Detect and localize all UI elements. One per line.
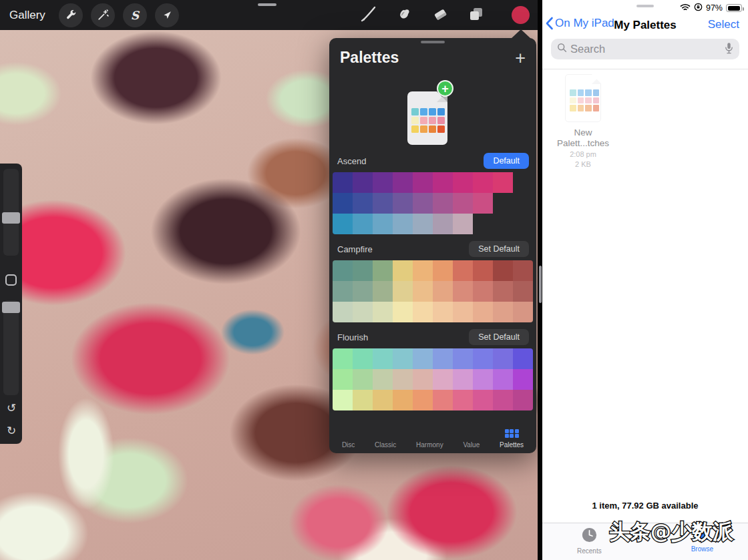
- color-swatch[interactable]: [393, 281, 413, 302]
- files-drag-handle[interactable]: [636, 5, 654, 7]
- color-swatch[interactable]: [413, 348, 433, 369]
- color-swatch[interactable]: [453, 193, 473, 214]
- color-swatch[interactable]: [413, 302, 433, 322]
- color-swatch[interactable]: [353, 281, 373, 302]
- color-swatch[interactable]: [473, 172, 493, 193]
- color-swatch[interactable]: [493, 369, 513, 390]
- color-swatch[interactable]: [433, 369, 453, 390]
- color-swatch[interactable]: [453, 369, 473, 390]
- color-swatch[interactable]: [493, 390, 513, 410]
- color-swatch[interactable]: [333, 193, 353, 214]
- search-bar[interactable]: [551, 39, 739, 59]
- color-swatch[interactable]: [353, 260, 373, 281]
- modify-button[interactable]: [5, 274, 17, 286]
- color-swatch[interactable]: [333, 281, 353, 302]
- smudge-icon[interactable]: [395, 5, 413, 25]
- color-swatch[interactable]: [473, 260, 493, 281]
- panel-drag-handle[interactable]: [421, 41, 445, 43]
- color-swatch[interactable]: [393, 369, 413, 390]
- app-drag-handle[interactable]: [258, 3, 276, 6]
- color-swatch[interactable]: [453, 214, 473, 234]
- color-swatch[interactable]: [333, 214, 353, 234]
- adjustments-button[interactable]: [91, 3, 115, 27]
- tab-disc[interactable]: Disc: [342, 441, 355, 449]
- color-swatch[interactable]: [453, 302, 473, 322]
- color-swatch[interactable]: [353, 390, 373, 410]
- color-swatch[interactable]: [393, 193, 413, 214]
- color-swatch[interactable]: [513, 260, 533, 281]
- redo-icon[interactable]: ↻: [3, 424, 19, 437]
- color-swatch[interactable]: [353, 193, 373, 214]
- gallery-button[interactable]: Gallery: [9, 9, 45, 22]
- tab-harmony[interactable]: Harmony: [416, 441, 443, 449]
- color-swatch[interactable]: [433, 214, 453, 234]
- color-swatch[interactable]: [513, 281, 533, 302]
- color-swatch[interactable]: [333, 260, 353, 281]
- tab-classic[interactable]: Classic: [375, 441, 396, 449]
- color-swatch[interactable]: [433, 193, 453, 214]
- color-swatch[interactable]: [413, 281, 433, 302]
- transform-button[interactable]: [155, 3, 179, 27]
- file-item[interactable]: New Palett...tches 2:08 pm 2 KB: [550, 74, 616, 169]
- color-swatch[interactable]: [473, 281, 493, 302]
- color-swatch[interactable]: [473, 302, 493, 322]
- color-swatch[interactable]: [393, 172, 413, 193]
- color-swatch[interactable]: [513, 390, 533, 410]
- color-swatch[interactable]: [333, 390, 353, 410]
- color-swatch[interactable]: [353, 302, 373, 322]
- color-swatch[interactable]: [353, 172, 373, 193]
- tab-recents[interactable]: Recents: [577, 527, 602, 560]
- color-swatch[interactable]: [473, 193, 493, 214]
- color-swatch[interactable]: [373, 390, 393, 410]
- color-swatch[interactable]: [433, 302, 453, 322]
- color-swatch[interactable]: [333, 172, 353, 193]
- color-swatch[interactable]: [473, 348, 493, 369]
- set-default-button[interactable]: Set Default: [469, 241, 529, 257]
- color-swatch[interactable]: [413, 369, 433, 390]
- layers-icon[interactable]: [467, 5, 485, 25]
- color-swatch[interactable]: [433, 172, 453, 193]
- select-button[interactable]: Select: [708, 18, 739, 31]
- color-swatch[interactable]: [453, 390, 473, 410]
- color-swatch[interactable]: [373, 302, 393, 322]
- tab-palettes[interactable]: Palettes: [500, 429, 524, 449]
- eraser-icon[interactable]: [431, 5, 449, 25]
- color-swatch[interactable]: [353, 348, 373, 369]
- color-swatch[interactable]: [513, 348, 533, 369]
- color-swatch[interactable]: [413, 172, 433, 193]
- color-swatch[interactable]: [513, 369, 533, 390]
- color-swatch[interactable]: [373, 214, 393, 234]
- color-swatch[interactable]: [373, 348, 393, 369]
- default-button[interactable]: Default: [484, 153, 529, 169]
- split-view-handle[interactable]: [539, 266, 542, 303]
- brush-size-slider[interactable]: [3, 169, 19, 256]
- color-swatch[interactable]: [373, 369, 393, 390]
- color-swatch[interactable]: [373, 260, 393, 281]
- microphone-icon[interactable]: [725, 42, 733, 57]
- color-swatch[interactable]: [453, 348, 473, 369]
- color-swatch[interactable]: [333, 302, 353, 322]
- color-swatch[interactable]: [493, 260, 513, 281]
- color-swatch[interactable]: [353, 214, 373, 234]
- color-swatch[interactable]: [393, 214, 413, 234]
- add-palette-button[interactable]: +: [515, 51, 526, 65]
- actions-button[interactable]: [59, 3, 83, 27]
- color-swatch[interactable]: [473, 390, 493, 410]
- color-swatch[interactable]: [393, 302, 413, 322]
- brush-opacity-slider[interactable]: [3, 300, 19, 395]
- color-swatch[interactable]: [433, 281, 453, 302]
- undo-icon[interactable]: ↺: [3, 401, 19, 414]
- color-swatch[interactable]: [413, 260, 433, 281]
- color-swatch[interactable]: [433, 260, 453, 281]
- color-swatch[interactable]: [433, 348, 453, 369]
- tab-value[interactable]: Value: [463, 441, 480, 449]
- brush-size-handle[interactable]: [2, 212, 20, 224]
- dragged-palette-file[interactable]: +: [407, 80, 463, 144]
- color-swatch[interactable]: [513, 302, 533, 322]
- set-default-button[interactable]: Set Default: [469, 329, 529, 345]
- color-swatch[interactable]: [413, 390, 433, 410]
- color-swatch[interactable]: [393, 260, 413, 281]
- color-swatch[interactable]: [413, 193, 433, 214]
- color-swatch[interactable]: [453, 260, 473, 281]
- color-swatch[interactable]: [413, 214, 433, 234]
